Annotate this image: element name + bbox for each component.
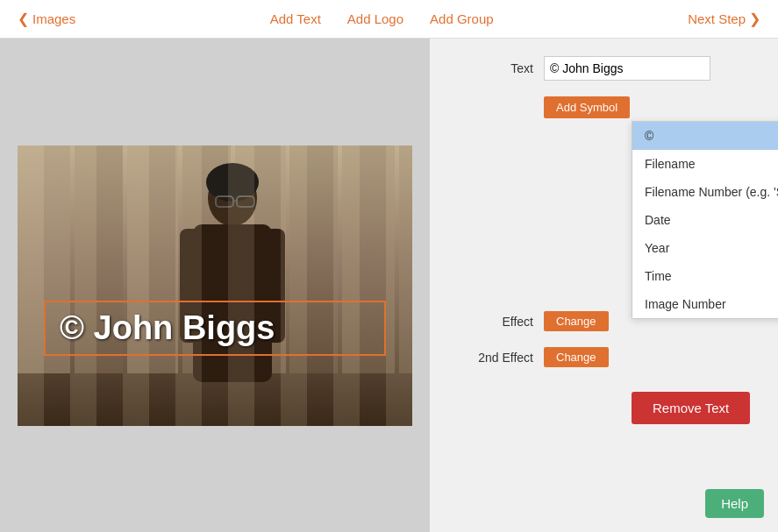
dropdown-item-filename-number[interactable]: Filename Number (e.g. 'Susan_004.jpg') bbox=[632, 178, 778, 206]
svg-rect-8 bbox=[399, 145, 412, 373]
dropdown-item-image-number[interactable]: Image Number bbox=[632, 290, 778, 318]
remove-text-button[interactable]: Remove Text bbox=[632, 392, 750, 424]
back-chevron-icon: ❮ bbox=[18, 11, 29, 27]
add-symbol-button[interactable]: Add Symbol bbox=[544, 96, 630, 118]
text-label: Text bbox=[456, 61, 544, 75]
add-text-link[interactable]: Add Text bbox=[270, 11, 321, 26]
second-effect-row: 2nd Effect Change bbox=[456, 347, 752, 367]
image-wrapper: © John Biggs bbox=[18, 145, 412, 426]
svg-rect-0 bbox=[18, 145, 412, 426]
effect-change-button[interactable]: Change bbox=[544, 311, 609, 331]
image-area: © John Biggs bbox=[0, 39, 430, 532]
dropdown-item-date[interactable]: Date bbox=[632, 206, 778, 234]
dropdown-item-copyright[interactable]: © bbox=[632, 122, 778, 150]
top-nav: ❮ Images Add Text Add Logo Add Group Nex… bbox=[0, 0, 778, 39]
back-label: Images bbox=[32, 11, 75, 26]
text-input[interactable] bbox=[544, 56, 710, 81]
symbol-container: Add Symbol © Filename Filename Number (e… bbox=[544, 96, 630, 118]
svg-point-9 bbox=[208, 170, 257, 226]
symbol-dropdown: © Filename Filename Number (e.g. 'Susan_… bbox=[632, 121, 778, 319]
add-group-link[interactable]: Add Group bbox=[430, 11, 494, 26]
help-button[interactable]: Help bbox=[705, 489, 764, 518]
main-content: © John Biggs Text Add Symbol © Filename … bbox=[0, 39, 778, 532]
dropdown-item-time[interactable]: Time bbox=[632, 262, 778, 290]
second-effect-change-button[interactable]: Change bbox=[544, 347, 609, 367]
second-effect-label: 2nd Effect bbox=[456, 351, 544, 365]
effect-label: Effect bbox=[456, 315, 544, 329]
watermark-text: © John Biggs bbox=[60, 309, 275, 347]
watermark-box: © John Biggs bbox=[44, 301, 386, 356]
next-step-label: Next Step bbox=[688, 11, 746, 26]
dropdown-item-filename[interactable]: Filename bbox=[632, 150, 778, 178]
right-panel: Text Add Symbol © Filename Filename Numb… bbox=[430, 39, 778, 532]
add-logo-link[interactable]: Add Logo bbox=[347, 11, 403, 26]
back-nav[interactable]: ❮ Images bbox=[18, 11, 75, 27]
remove-text-row: Remove Text bbox=[456, 383, 752, 424]
svg-point-13 bbox=[206, 163, 259, 202]
svg-rect-15 bbox=[237, 196, 254, 207]
svg-rect-14 bbox=[216, 196, 233, 207]
add-symbol-row: Add Symbol © Filename Filename Number (e… bbox=[456, 96, 752, 118]
text-field-row: Text bbox=[456, 56, 752, 81]
next-step-nav[interactable]: Next Step ❯ bbox=[688, 11, 760, 27]
photo bbox=[18, 145, 412, 426]
next-chevron-icon: ❯ bbox=[749, 11, 760, 27]
nav-center: Add Text Add Logo Add Group bbox=[270, 11, 494, 26]
dropdown-item-year[interactable]: Year bbox=[632, 234, 778, 262]
